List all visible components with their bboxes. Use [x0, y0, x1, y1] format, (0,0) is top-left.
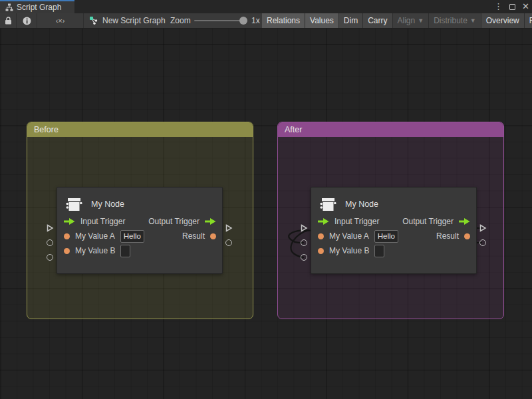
zoom-slider-handle[interactable] — [239, 17, 247, 25]
group-after-title: After — [285, 125, 302, 134]
ext-value-b-port-before[interactable] — [47, 254, 53, 261]
tab-bar: Script Graph ⋮ ✕ — [0, 0, 532, 13]
exec-output-arrow-icon[interactable] — [205, 218, 216, 225]
graph-toolbar: ‹×› New Script Graph Zoom 1x Relations V… — [0, 13, 532, 29]
relations-button[interactable]: Relations — [262, 13, 305, 28]
unit-node-icon — [319, 196, 337, 213]
ext-result-port-after[interactable] — [479, 239, 486, 246]
input-trigger-label: Input Trigger — [334, 217, 379, 226]
carry-button[interactable]: Carry — [363, 13, 392, 28]
values-label: Values — [310, 16, 334, 25]
trigger-row: Input Trigger Output Trigger — [57, 214, 222, 229]
ext-trigger-out-port-after[interactable] — [479, 224, 487, 232]
trigger-row: Input Trigger Output Trigger — [311, 214, 476, 229]
zoom-slider-track[interactable] — [194, 20, 243, 21]
maximize-icon[interactable] — [509, 4, 515, 10]
lock-icon — [5, 17, 12, 25]
result-port-icon[interactable] — [210, 233, 216, 239]
ext-value-a-port-before[interactable] — [47, 239, 53, 246]
value-a-row: My Value A Result — [57, 229, 222, 243]
result-port-icon[interactable] — [464, 233, 470, 239]
exec-input-arrow-icon[interactable] — [64, 218, 75, 225]
group-before-header[interactable]: Before — [27, 122, 253, 137]
code-view-button[interactable]: ‹×› — [37, 13, 84, 28]
toolbar-toggle-buttons: Relations Values Dim Carry Align ▼ Distr… — [262, 13, 532, 28]
info-icon — [23, 17, 31, 25]
tab-script-graph[interactable]: Script Graph — [0, 0, 74, 13]
dim-label: Dim — [344, 16, 358, 25]
ext-value-a-port-after[interactable] — [301, 239, 307, 246]
tab-title: Script Graph — [17, 3, 61, 12]
result-label: Result — [182, 231, 205, 241]
value-a-input[interactable] — [120, 230, 144, 243]
dim-button[interactable]: Dim — [339, 13, 363, 28]
ext-value-b-port-after[interactable] — [301, 254, 307, 261]
output-trigger-label: Output Trigger — [148, 217, 200, 226]
value-b-port-icon[interactable] — [64, 248, 70, 254]
close-icon[interactable]: ✕ — [522, 0, 529, 13]
script-graph-window: Script Graph ⋮ ✕ ‹×› — [0, 0, 532, 399]
ext-result-port-before[interactable] — [225, 239, 232, 246]
overview-button[interactable]: Overview — [481, 13, 525, 28]
value-a-label: My Value A — [329, 231, 369, 241]
ext-trigger-in-port-before[interactable] — [46, 224, 54, 232]
input-trigger-label: Input Trigger — [80, 217, 125, 226]
node-title: My Node — [91, 200, 124, 209]
window-controls: ⋮ ✕ — [494, 0, 529, 13]
value-b-row: My Value B — [311, 243, 476, 258]
chevron-down-icon: ▼ — [418, 17, 424, 24]
group-before-title: Before — [34, 125, 59, 134]
code-icon: ‹×› — [56, 17, 65, 25]
value-b-row: My Value B — [57, 243, 222, 258]
exec-output-arrow-icon[interactable] — [459, 218, 470, 225]
full-screen-label: Full Screen — [529, 16, 532, 25]
info-button[interactable] — [17, 13, 37, 28]
node-title: My Node — [345, 200, 378, 209]
menu-kebab-icon[interactable]: ⋮ — [494, 0, 503, 13]
value-a-input[interactable] — [374, 230, 398, 243]
chevron-down-icon: ▼ — [470, 17, 476, 24]
value-b-port-icon[interactable] — [318, 248, 324, 254]
graph-canvas[interactable]: Before After — [0, 29, 532, 399]
graph-breadcrumb[interactable]: New Script Graph — [84, 13, 171, 28]
graph-hierarchy-icon — [5, 3, 13, 11]
align-label: Align — [398, 16, 416, 25]
overview-label: Overview — [486, 16, 519, 25]
value-b-input[interactable] — [120, 245, 130, 257]
relations-label: Relations — [267, 16, 300, 25]
distribute-dropdown[interactable]: Distribute ▼ — [429, 13, 481, 28]
graph-name-label: New Script Graph — [102, 16, 166, 25]
ext-trigger-out-port-before[interactable] — [225, 224, 233, 232]
value-b-label: My Value B — [75, 246, 115, 255]
output-trigger-label: Output Trigger — [402, 217, 454, 226]
ext-trigger-in-port-after[interactable] — [300, 224, 308, 232]
value-b-input[interactable] — [374, 245, 384, 257]
values-button[interactable]: Values — [305, 13, 339, 28]
value-b-label: My Value B — [329, 246, 369, 255]
script-graph-icon — [89, 16, 98, 25]
distribute-label: Distribute — [434, 16, 467, 25]
full-screen-button[interactable]: Full Screen — [525, 13, 532, 28]
value-a-port-icon[interactable] — [64, 233, 70, 239]
node-my-node-before[interactable]: My Node Input Trigger Output Trigger — [57, 187, 223, 274]
zoom-value: 1x — [251, 16, 260, 25]
zoom-label: Zoom — [170, 16, 191, 25]
value-a-port-icon[interactable] — [318, 233, 324, 239]
group-after-header[interactable]: After — [278, 122, 503, 137]
value-a-row: My Value A Result — [311, 229, 476, 243]
node-header: My Node — [57, 188, 222, 214]
node-my-node-after[interactable]: My Node Input Trigger Output Trigger — [311, 187, 477, 274]
unit-node-icon — [65, 196, 83, 213]
result-label: Result — [436, 231, 459, 241]
lock-button[interactable] — [0, 13, 17, 28]
node-header: My Node — [311, 188, 476, 214]
carry-label: Carry — [368, 16, 387, 25]
exec-input-arrow-icon[interactable] — [318, 218, 329, 225]
value-a-label: My Value A — [75, 231, 115, 241]
align-dropdown[interactable]: Align ▼ — [393, 13, 430, 28]
